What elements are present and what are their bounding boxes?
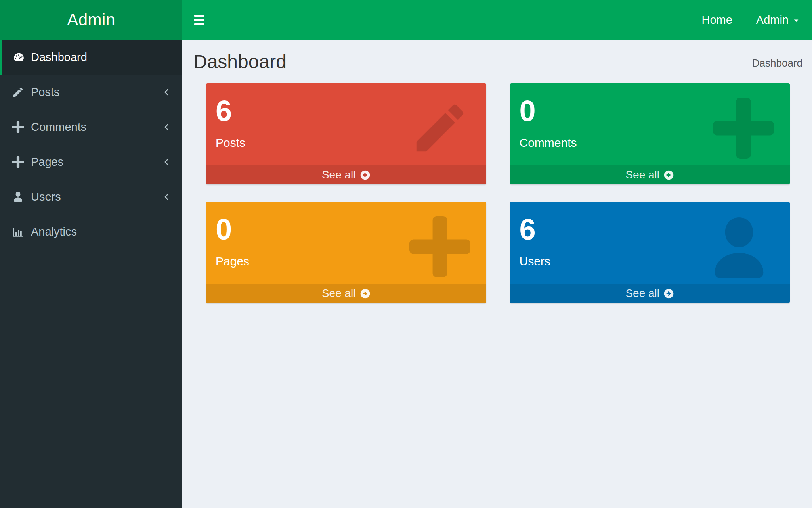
card-label: Comments — [520, 136, 790, 150]
card-body: 6 Users — [510, 202, 790, 284]
pencil-icon — [12, 86, 31, 98]
nav-link-label: Admin — [756, 13, 789, 27]
arrow-circle-right-icon — [360, 288, 371, 299]
see-all-label: See all — [322, 287, 356, 300]
see-all-link[interactable]: See all — [206, 284, 486, 303]
summary-cards: 6 Posts See all 0 Comments — [182, 83, 812, 303]
see-all-label: See all — [322, 169, 356, 181]
see-all-link[interactable]: See all — [510, 284, 790, 303]
see-all-link[interactable]: See all — [206, 165, 486, 184]
main-header: Admin Home Admin — [0, 0, 812, 40]
nav-link-label: Home — [701, 13, 732, 27]
navbar-links: Home Admin — [690, 0, 812, 40]
hamburger-menu-icon[interactable] — [182, 0, 216, 40]
sidebar-item-label: Pages — [31, 155, 63, 169]
card-value: 0 — [520, 94, 790, 128]
summary-card-comments: 0 Comments See all — [510, 83, 790, 184]
bar-chart-icon — [12, 226, 31, 238]
chevron-left-icon — [162, 88, 171, 97]
arrow-circle-right-icon — [360, 170, 371, 180]
plus-icon — [12, 156, 31, 168]
card-label: Users — [520, 255, 790, 268]
see-all-label: See all — [625, 169, 659, 181]
card-value: 6 — [520, 212, 790, 247]
sidebar-item-dashboard[interactable]: Dashboard — [0, 40, 182, 75]
hamburger-bar — [194, 23, 204, 25]
sidebar: Dashboard Posts Comments — [0, 40, 182, 508]
sidebar-item-comments[interactable]: Comments — [0, 109, 182, 144]
card-body: 0 Comments — [510, 83, 790, 165]
user-icon — [12, 191, 31, 203]
caret-down-icon — [792, 15, 800, 25]
summary-card-users: 6 Users See all — [510, 202, 790, 303]
arrow-circle-right-icon — [663, 288, 674, 299]
sidebar-item-users[interactable]: Users — [0, 179, 182, 214]
sidebar-menu: Dashboard Posts Comments — [0, 40, 182, 249]
plus-icon — [12, 121, 31, 133]
hamburger-bar — [194, 19, 204, 21]
sidebar-item-label: Posts — [31, 86, 60, 99]
see-all-label: See all — [625, 287, 659, 300]
card-value: 0 — [216, 212, 486, 247]
chevron-left-icon — [162, 157, 171, 167]
nav-link-admin-dropdown[interactable]: Admin — [744, 0, 812, 40]
chevron-left-icon — [162, 123, 171, 132]
sidebar-item-analytics[interactable]: Analytics — [0, 214, 182, 249]
arrow-circle-right-icon — [663, 170, 674, 180]
content-header: Dashboard Dashboard — [182, 40, 812, 71]
hamburger-bar — [194, 15, 204, 17]
page-title: Dashboard — [193, 52, 287, 71]
summary-card-pages: 0 Pages See all — [206, 202, 486, 303]
brand-logo[interactable]: Admin — [0, 0, 182, 40]
nav-link-home[interactable]: Home — [690, 0, 744, 40]
sidebar-item-label: Users — [31, 190, 61, 203]
top-navbar: Home Admin — [182, 0, 812, 40]
content-area: Dashboard Dashboard 6 Posts See all 0 — [182, 40, 812, 508]
card-label: Posts — [216, 136, 486, 150]
sidebar-item-posts[interactable]: Posts — [0, 75, 182, 109]
card-value: 6 — [216, 94, 486, 128]
breadcrumb: Dashboard — [752, 57, 802, 71]
see-all-link[interactable]: See all — [510, 165, 790, 184]
sidebar-item-label: Comments — [31, 121, 86, 134]
card-body: 6 Posts — [206, 83, 486, 165]
sidebar-item-label: Dashboard — [31, 51, 87, 64]
sidebar-item-pages[interactable]: Pages — [0, 144, 182, 179]
card-label: Pages — [216, 255, 486, 268]
summary-card-posts: 6 Posts See all — [206, 83, 486, 184]
dashboard-icon — [12, 51, 31, 63]
card-body: 0 Pages — [206, 202, 486, 284]
chevron-left-icon — [162, 192, 171, 201]
sidebar-item-label: Analytics — [31, 225, 77, 238]
